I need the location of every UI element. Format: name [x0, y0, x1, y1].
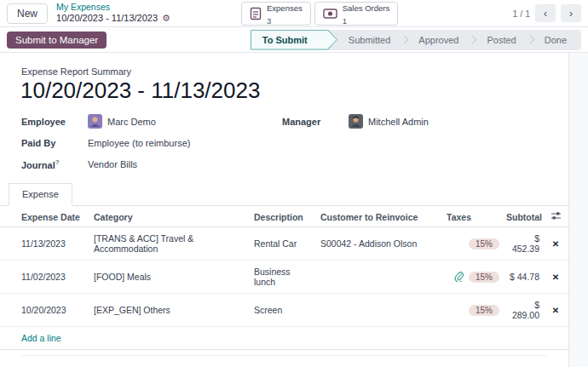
manager-field[interactable]: Mitchell Admin [349, 114, 429, 129]
journal-field[interactable]: Vendor Bills [88, 159, 137, 169]
cell-description[interactable]: Business lunch [251, 261, 317, 294]
stat-label: Expenses [267, 3, 303, 13]
tab-expense[interactable]: Expense [9, 183, 72, 206]
expense-app: New My Expenses 10/20/2023 - 11/13/2023 … [0, 0, 588, 367]
col-subtotal[interactable]: Subtotal [503, 206, 543, 227]
cell-subtotal: $ 44.78 [503, 261, 543, 294]
document-icon [250, 7, 262, 20]
manager-label: Manager [282, 117, 349, 127]
table-header-row: Expense Date Category Description Custom… [0, 206, 568, 227]
stat-value: 3 [267, 16, 271, 26]
notebook-tabs: Expense [0, 183, 568, 206]
pager: 1 / 1 ‹ › [513, 4, 581, 22]
manager-avatar [349, 114, 363, 129]
status-step-submitted[interactable]: Submitted [337, 35, 402, 45]
col-category[interactable]: Category [90, 206, 251, 227]
stat-label: Sales Orders [343, 3, 389, 13]
control-bar: Submit to Manager To Submit Submitted Ap… [0, 27, 588, 53]
paid-by-field[interactable]: Employee (to reimburse) [88, 138, 190, 148]
cell-date[interactable]: 11/02/2023 [0, 261, 90, 294]
header-bar: New My Expenses 10/20/2023 - 11/13/2023 … [0, 0, 588, 27]
cell-subtotal: $ 452.39 [503, 227, 543, 261]
stat-value: 1 [343, 16, 347, 26]
paid-by-label: Paid By [21, 138, 88, 148]
field-group: Employee Marc Demo Paid By Employee (to … [21, 111, 543, 175]
breadcrumb: My Expenses 10/20/2023 - 11/13/2023 ⚙ [56, 2, 170, 25]
submit-to-manager-button[interactable]: Submit to Manager [7, 32, 107, 49]
sales-orders-stat-button[interactable]: Sales Orders 1 [314, 2, 398, 26]
status-step-approved[interactable]: Approved [407, 35, 470, 45]
tax-badge[interactable]: 15% [469, 272, 499, 283]
summary-label: Expense Report Summary [21, 66, 568, 77]
cell-date[interactable]: 11/13/2023 [0, 227, 90, 261]
cell-description[interactable]: Rental Car [251, 227, 317, 261]
status-step-to-submit[interactable]: To Submit [251, 30, 337, 50]
statusbar: To Submit Submitted Approved Posted Done [251, 30, 581, 50]
delete-row-icon[interactable]: ✕ [552, 239, 559, 249]
col-description[interactable]: Description [251, 206, 317, 227]
cell-subtotal: $ 289.00 [503, 294, 543, 327]
table-row[interactable]: 11/02/2023 [FOOD] Meals Business lunch 1… [0, 261, 568, 294]
table-row[interactable]: 10/20/2023 [EXP_GEN] Others Screen 15% $… [0, 294, 568, 327]
money-icon [323, 8, 337, 20]
optional-columns-icon[interactable] [543, 206, 568, 227]
journal-hint: ? [55, 158, 60, 166]
divider [21, 355, 547, 356]
page-title: 10/20/2023 - 11/13/2023 [20, 77, 568, 104]
pager-counter: 1 / 1 [513, 9, 530, 19]
cell-category[interactable]: [TRANS & ACC] Travel & Accommodation [90, 227, 251, 261]
gear-icon[interactable]: ⚙ [162, 13, 170, 25]
manager-value: Mitchell Admin [368, 117, 429, 127]
status-step-done[interactable]: Done [533, 35, 578, 45]
pager-next-button[interactable]: › [561, 4, 581, 22]
delete-row-icon[interactable]: ✕ [552, 306, 559, 315]
status-step-posted[interactable]: Posted [476, 35, 527, 45]
employee-avatar [88, 114, 102, 129]
totals-block: Untaxed Amount: $ 683.62 Taxes: $ 102.55… [364, 363, 560, 367]
record-title: 10/20/2023 - 11/13/2023 [56, 13, 158, 25]
cell-date[interactable]: 10/20/2023 [0, 294, 90, 327]
cell-category[interactable]: [FOOD] Meals [90, 261, 251, 294]
col-customer[interactable]: Customer to Reinvoice [317, 206, 443, 227]
table-row[interactable]: 11/13/2023 [TRANS & ACC] Travel & Accomm… [0, 227, 568, 261]
cell-description[interactable]: Screen [251, 294, 317, 327]
breadcrumb-my-expenses[interactable]: My Expenses [56, 2, 170, 13]
journal-label: Journal? [21, 158, 88, 170]
employee-field[interactable]: Marc Demo [88, 114, 156, 129]
pager-previous-button[interactable]: ‹ [535, 4, 556, 22]
cell-category[interactable]: [EXP_GEN] Others [90, 294, 251, 327]
col-expense-date[interactable]: Expense Date [0, 206, 90, 227]
add-a-line-link[interactable]: Add a line [21, 333, 61, 343]
cell-customer[interactable] [317, 261, 443, 294]
attachment-icon[interactable] [454, 272, 464, 282]
expenses-stat-button[interactable]: Expenses 3 [241, 2, 311, 26]
cell-customer[interactable]: S00042 - Addison Olson [317, 227, 443, 261]
expense-lines-table: Expense Date Category Description Custom… [0, 206, 568, 350]
employee-label: Employee [21, 117, 88, 127]
breadcrumb-record: 10/20/2023 - 11/13/2023 ⚙ [56, 13, 170, 25]
content-area: Expense Report Summary 10/20/2023 - 11/1… [0, 53, 588, 367]
form-sheet: Expense Report Summary 10/20/2023 - 11/1… [0, 53, 569, 367]
col-taxes[interactable]: Taxes [443, 206, 503, 227]
stat-button-group: Expenses 3 Sales Orders 1 [241, 2, 398, 26]
tax-badge[interactable]: 15% [469, 238, 499, 249]
tax-badge[interactable]: 15% [469, 305, 499, 316]
employee-value: Marc Demo [107, 117, 156, 127]
delete-row-icon[interactable]: ✕ [552, 272, 559, 282]
cell-customer[interactable] [317, 294, 443, 327]
new-button[interactable]: New [7, 3, 48, 24]
